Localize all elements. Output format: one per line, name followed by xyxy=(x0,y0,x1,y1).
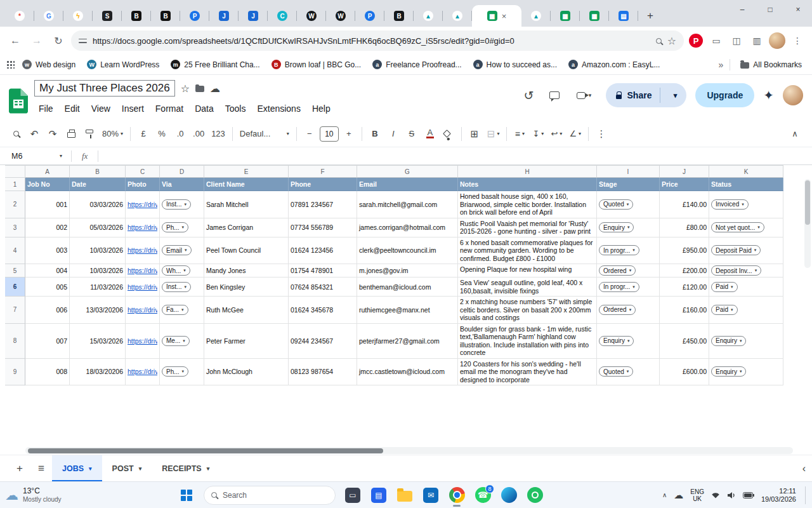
horizontal-scrollbar[interactable] xyxy=(0,446,812,455)
onedrive-icon[interactable]: ☁ xyxy=(674,490,683,501)
via-dropdown[interactable]: Wh...▾ xyxy=(162,265,190,276)
cell-client-name[interactable]: Peter Farmer xyxy=(204,324,289,359)
cell-photo[interactable]: https://driv xyxy=(126,359,160,386)
taskbar-green-app[interactable] xyxy=(526,486,544,504)
cell-notes[interactable]: 2 x matching house numbers '57' with sim… xyxy=(458,297,597,324)
hidden-icons-chevron[interactable]: ∧ xyxy=(662,491,667,498)
decrease-decimal-button[interactable]: .0 xyxy=(172,126,188,142)
extensions-puzzle-icon[interactable]: ◫ xyxy=(728,32,745,49)
row-header[interactable]: 2 xyxy=(5,191,25,218)
cell-notes[interactable]: Boulder sign for grass bank - 1m wide, r… xyxy=(458,324,597,359)
browser-tab[interactable]: ▦ × xyxy=(551,5,580,27)
header-cell[interactable]: Date xyxy=(70,178,126,191)
row-header[interactable]: 9 xyxy=(5,359,25,386)
cell-date[interactable]: 10/03/2026 xyxy=(70,237,126,265)
format-currency-button[interactable]: £ xyxy=(135,126,152,142)
cell-price[interactable]: £120.00 xyxy=(660,277,709,297)
browser-tab[interactable]: ▤ × xyxy=(609,5,638,27)
header-cell[interactable]: Client Name xyxy=(204,178,289,191)
via-dropdown[interactable]: Email▾ xyxy=(162,245,192,255)
browser-tab[interactable]: J × xyxy=(239,5,268,27)
browser-tab[interactable]: S × xyxy=(93,5,122,27)
browser-tab[interactable]: ▲ × xyxy=(521,5,551,27)
cell-via[interactable]: Inst...▾ xyxy=(160,277,204,297)
site-settings-icon[interactable] xyxy=(79,37,87,44)
strikethrough-button[interactable]: S xyxy=(403,126,420,142)
browser-tab[interactable]: W × xyxy=(297,5,326,27)
cell-phone[interactable]: 07891 234567 xyxy=(289,191,357,218)
bookmark-item[interactable]: a Amazon.com : EasyL... xyxy=(565,58,664,71)
paint-format-button[interactable] xyxy=(81,126,98,142)
cell-stage[interactable]: In progr...▾ xyxy=(597,277,660,297)
sheet-tab[interactable]: RECEIPTS ▾ xyxy=(152,455,219,482)
menu-item[interactable]: File xyxy=(34,102,58,116)
row-header[interactable]: 4 xyxy=(5,237,25,265)
weather-widget[interactable]: ☁ 13°C Mostly cloudy xyxy=(0,487,62,504)
cell-stage[interactable]: Enquiry▾ xyxy=(597,218,660,237)
cell-stage[interactable]: Ordered▾ xyxy=(597,297,660,324)
format-percent-button[interactable]: % xyxy=(154,126,170,142)
cell-client-name[interactable]: Sarah Mitchell xyxy=(204,191,289,218)
browser-tab[interactable]: ▦ × xyxy=(472,5,521,27)
print-button[interactable] xyxy=(63,126,79,142)
upgrade-button[interactable]: Upgrade xyxy=(695,83,754,107)
gemini-sparkle-icon[interactable]: ✦ xyxy=(763,88,774,103)
cell-email[interactable]: jmcc.castletown@icloud.com xyxy=(357,359,458,386)
toolbar-more-button[interactable]: ⋮ xyxy=(593,126,610,142)
column-header[interactable]: J xyxy=(660,165,709,178)
cell-phone[interactable]: 07624 854321 xyxy=(289,277,357,297)
cell-email[interactable]: james.corrigan@hotmail.com xyxy=(357,218,458,237)
cell-job-no[interactable]: 006 xyxy=(25,297,70,324)
column-header[interactable]: D xyxy=(160,165,204,178)
cell-status[interactable]: Not yet quot...▾ xyxy=(709,218,783,237)
borders-button[interactable]: ⊞ xyxy=(466,126,483,142)
stage-dropdown[interactable]: Quoted▾ xyxy=(599,366,633,377)
increase-font-size-button[interactable]: + xyxy=(341,126,357,142)
cell-phone[interactable]: 08123 987654 xyxy=(289,359,357,386)
taskbar-whatsapp[interactable]: ☎8 xyxy=(474,486,492,504)
cell-via[interactable]: Wh...▾ xyxy=(160,264,204,277)
status-dropdown[interactable]: Invoiced▾ xyxy=(711,199,749,210)
stage-dropdown[interactable]: Enquiry▾ xyxy=(599,222,634,232)
cell-job-no[interactable]: 001 xyxy=(25,191,70,218)
language-indicator[interactable]: ENG UK xyxy=(690,488,704,502)
cell-phone[interactable]: 01754 478901 xyxy=(289,264,357,277)
cell-client-name[interactable]: Peel Town Council xyxy=(204,237,289,265)
stage-dropdown[interactable]: In progr...▾ xyxy=(599,245,639,255)
browser-tab[interactable]: B × xyxy=(151,5,180,27)
column-header[interactable]: A xyxy=(25,165,70,178)
vertical-scrollbar[interactable] xyxy=(804,179,811,268)
redo-button[interactable]: ↷ xyxy=(44,126,61,142)
bookmark-item[interactable]: w Web design xyxy=(18,58,79,71)
bookmark-item[interactable]: a How to succeed as... xyxy=(469,58,561,71)
bold-button[interactable]: B xyxy=(367,126,383,142)
cell-job-no[interactable]: 003 xyxy=(25,237,70,265)
number-format-button[interactable]: 123 xyxy=(209,126,228,142)
column-header[interactable]: B xyxy=(70,165,126,178)
browser-tab[interactable]: P × xyxy=(180,5,209,27)
via-dropdown[interactable]: Inst...▾ xyxy=(162,199,191,210)
sheet-tab[interactable]: JOBS ▾ xyxy=(52,455,102,482)
all-bookmarks-button[interactable]: All Bookmarks xyxy=(737,58,806,71)
status-dropdown[interactable]: Paid▾ xyxy=(711,282,738,292)
cell-photo[interactable]: https://driv xyxy=(126,191,160,218)
browser-tab[interactable]: P × xyxy=(355,5,384,27)
cell-client-name[interactable]: Ruth McGee xyxy=(204,297,289,324)
merge-cells-button[interactable]: ⊟▾ xyxy=(485,126,502,142)
cell-date[interactable]: 13/03/20206 xyxy=(70,297,126,324)
cell-price[interactable]: £950.00 xyxy=(660,237,709,265)
cell-stage[interactable]: Quoted▾ xyxy=(597,359,660,386)
cell-notes[interactable]: Rustic Pooil Vaaish pet memorial for 'Ru… xyxy=(458,218,597,237)
cell-job-no[interactable]: 005 xyxy=(25,277,70,297)
version-history-icon[interactable]: ↺ xyxy=(521,88,537,103)
cell-date[interactable]: 03/03/2026 xyxy=(70,191,126,218)
header-cell[interactable]: Photo xyxy=(126,178,160,191)
cell-notes[interactable]: Opening Plaque for new hospital wing xyxy=(458,264,597,277)
header-cell[interactable]: Status xyxy=(709,178,783,191)
cell-date[interactable]: 10/03/2026 xyxy=(70,264,126,277)
cell-date[interactable]: 11/03/2026 xyxy=(70,277,126,297)
photo-link[interactable]: https://driv xyxy=(128,246,157,254)
cell-date[interactable]: 05/03/2026 xyxy=(70,218,126,237)
browser-tab[interactable]: C × xyxy=(268,5,297,27)
photo-link[interactable]: https://driv xyxy=(128,368,157,375)
